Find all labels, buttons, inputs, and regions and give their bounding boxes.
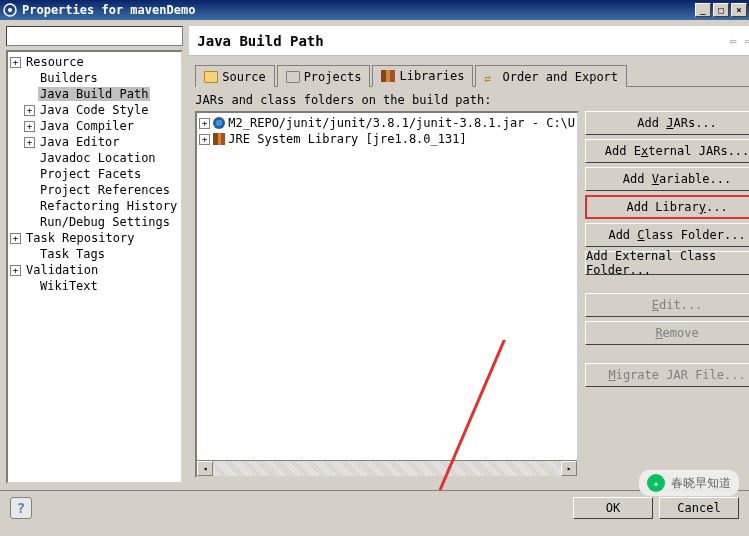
tree-label: Refactoring History (38, 199, 179, 213)
tab-projects[interactable]: Projects (277, 65, 371, 87)
help-icon[interactable]: ? (10, 497, 32, 519)
horizontal-scrollbar[interactable]: ◂ ▸ (197, 460, 577, 476)
expand-icon[interactable]: + (24, 105, 35, 116)
add-jars-button[interactable]: Add JARs... (585, 111, 749, 135)
tree-label: Project Facets (38, 167, 143, 181)
add-external-jars-button[interactable]: Add External JARs... (585, 139, 749, 163)
tree-item[interactable]: Project Facets (10, 166, 179, 182)
tab-source[interactable]: Source (195, 65, 274, 87)
tree-label: Project References (38, 183, 172, 197)
close-button[interactable]: × (731, 3, 747, 17)
tab-libraries[interactable]: Libraries (372, 65, 473, 87)
scroll-left-icon[interactable]: ◂ (197, 461, 213, 476)
wechat-icon: ✦ (647, 474, 665, 492)
cancel-button[interactable]: Cancel (659, 497, 739, 519)
tree-item[interactable]: Javadoc Location (10, 150, 179, 166)
tree-label: Task Tags (38, 247, 107, 261)
minimize-button[interactable]: _ (695, 3, 711, 17)
list-caption: JARs and class folders on the build path… (189, 89, 749, 111)
app-icon (2, 2, 18, 18)
tree-label: Java Compiler (38, 119, 136, 133)
tree-item[interactable]: +Java Editor (10, 134, 179, 150)
tree-label: Run/Debug Settings (38, 215, 172, 229)
ok-button[interactable]: OK (573, 497, 653, 519)
tree-item[interactable]: Builders (10, 70, 179, 86)
library-icon (381, 70, 395, 82)
tree-item[interactable]: Task Tags (10, 246, 179, 262)
nav-tree[interactable]: +ResourceBuildersJava Build Path+Java Co… (6, 50, 183, 484)
edit-button: Edit... (585, 293, 749, 317)
tree-item[interactable]: Project References (10, 182, 179, 198)
expand-icon[interactable]: + (199, 134, 210, 145)
tabs: Source Projects Libraries Order and Expo… (195, 64, 749, 87)
expand-icon[interactable]: + (10, 265, 21, 276)
tree-label: Builders (38, 71, 100, 85)
right-panel: Java Build Path ⇦ ⇨ ▾ Source Projects Li… (189, 26, 749, 484)
add-class-folder-button[interactable]: Add Class Folder... (585, 223, 749, 247)
tree-item[interactable]: Java Build Path (10, 86, 179, 102)
jar-icon (213, 117, 225, 129)
tree-label: Java Code Style (38, 103, 150, 117)
tree-item[interactable]: +Validation (10, 262, 179, 278)
jar-list[interactable]: + M2_REPO/junit/junit/3.8.1/junit-3.8.1.… (195, 111, 579, 478)
bottom-bar: ? OK Cancel (0, 490, 749, 524)
left-panel: +ResourceBuildersJava Build Path+Java Co… (6, 26, 183, 484)
migrate-jar-button: Migrate JAR File... (585, 363, 749, 387)
tree-item[interactable]: Run/Debug Settings (10, 214, 179, 230)
watermark: ✦ 春晓早知道 (639, 470, 739, 496)
tree-label: Java Editor (38, 135, 121, 149)
add-variable-button[interactable]: Add Variable... (585, 167, 749, 191)
folder-icon (286, 71, 300, 83)
tree-label: Resource (24, 55, 86, 69)
maximize-button[interactable]: □ (713, 3, 729, 17)
expand-icon[interactable]: + (10, 57, 21, 68)
tab-order[interactable]: Order and Export (475, 65, 627, 87)
nav-back-icon[interactable]: ⇦ (729, 34, 736, 48)
list-item[interactable]: + JRE System Library [jre1.8.0_131] (199, 131, 575, 147)
add-library-button[interactable]: Add Library... (585, 195, 749, 219)
tree-item[interactable]: +Resource (10, 54, 179, 70)
scroll-right-icon[interactable]: ▸ (561, 461, 577, 476)
tree-item[interactable]: Refactoring History (10, 198, 179, 214)
tree-label: Javadoc Location (38, 151, 158, 165)
tree-label: WikiText (38, 279, 100, 293)
nav-fwd-icon[interactable]: ⇨ (745, 34, 749, 48)
expand-icon[interactable]: + (24, 137, 35, 148)
expand-icon[interactable]: + (10, 233, 21, 244)
add-external-class-folder-button[interactable]: Add External Class Folder... (585, 251, 749, 275)
folder-icon (204, 71, 218, 83)
svg-point-1 (8, 8, 12, 12)
titlebar: Properties for mavenDemo _ □ × (0, 0, 749, 20)
tree-item[interactable]: +Task Repository (10, 230, 179, 246)
expand-icon[interactable]: + (199, 118, 210, 129)
list-item[interactable]: + M2_REPO/junit/junit/3.8.1/junit-3.8.1.… (199, 115, 575, 131)
tree-item[interactable]: +Java Code Style (10, 102, 179, 118)
order-icon (484, 71, 498, 83)
window-title: Properties for mavenDemo (22, 3, 695, 17)
tree-item[interactable]: +Java Compiler (10, 118, 179, 134)
expand-icon[interactable]: + (24, 121, 35, 132)
tree-item[interactable]: WikiText (10, 278, 179, 294)
page-title: Java Build Path (197, 33, 729, 49)
tree-label: Task Repository (24, 231, 136, 245)
library-icon (213, 133, 225, 145)
filter-input[interactable] (6, 26, 183, 46)
remove-button: Remove (585, 321, 749, 345)
tree-label: Java Build Path (38, 87, 150, 101)
tree-label: Validation (24, 263, 100, 277)
